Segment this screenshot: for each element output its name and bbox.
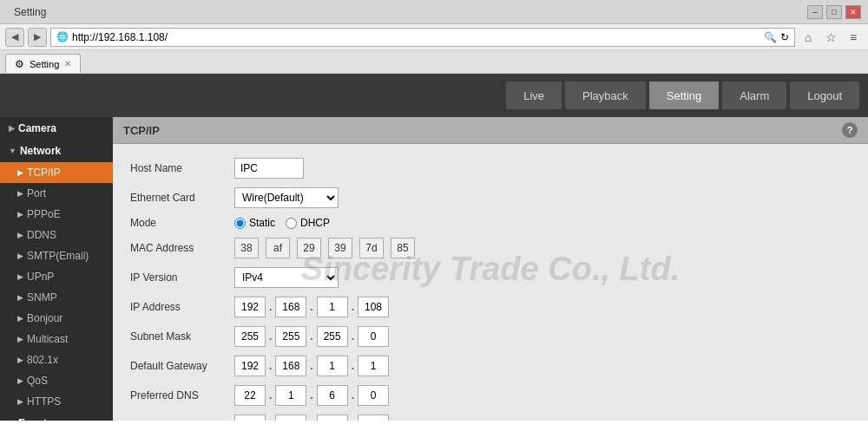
page-title: TCP/IP <box>123 124 160 137</box>
sidebar-item-pppoe[interactable]: ▶ PPPoE <box>0 204 113 225</box>
adns-seg-3[interactable] <box>358 415 389 421</box>
adns-seg-0[interactable] <box>234 415 266 421</box>
content-header: TCP/IP ? <box>113 117 868 144</box>
subnet-dot-1: . <box>310 330 312 343</box>
ip-seg-2[interactable] <box>317 297 348 317</box>
tab-setting[interactable]: Setting <box>649 82 719 109</box>
adns-dot-1: . <box>310 419 312 421</box>
sidebar-item-qos[interactable]: ▶ QoS <box>0 370 113 391</box>
ethernet-card-row: Ethernet Card Wire(Default) Wireless <box>130 187 851 208</box>
tab-logout[interactable]: Logout <box>790 82 859 109</box>
pdns-seg-2[interactable] <box>317 385 348 406</box>
pdns-seg-3[interactable] <box>358 385 389 406</box>
qos-arrow-icon: ▶ <box>17 376 23 385</box>
mode-static-option[interactable]: Static <box>234 217 275 229</box>
sidebar-label-network: Network <box>20 145 61 157</box>
sidebar-label-camera: Camera <box>18 122 56 134</box>
sidebar-item-label-tcpip: TCP/IP <box>27 166 61 179</box>
adns-seg-1[interactable] <box>275 415 306 421</box>
subnet-mask-control: . . . <box>234 326 389 347</box>
pdns-seg-0[interactable] <box>234 385 266 406</box>
sidebar-item-bonjour[interactable]: ▶ Bonjour <box>0 308 113 329</box>
sidebar-item-ddns[interactable]: ▶ DDNS <box>0 225 113 245</box>
sidebar-item-port[interactable]: ▶ Port <box>0 183 113 204</box>
ip-seg-0[interactable] <box>234 297 266 317</box>
subnet-seg-0[interactable] <box>234 326 266 347</box>
sidebar-item-multicast[interactable]: ▶ Multicast <box>0 329 113 349</box>
mode-static-radio[interactable] <box>234 218 246 229</box>
host-name-label: Host Name <box>130 162 234 174</box>
sidebar-item-https[interactable]: ▶ HTTPS <box>0 391 113 412</box>
ip-version-label: IP Version <box>130 271 234 284</box>
tab-label: Setting <box>30 59 59 69</box>
tab-bar: ⚙ Setting ✕ <box>0 50 868 73</box>
mode-dhcp-option[interactable]: DHCP <box>286 217 330 229</box>
host-name-control <box>234 158 304 179</box>
tab-playback[interactable]: Playback <box>565 82 646 109</box>
tab-live[interactable]: Live <box>506 82 562 109</box>
window-controls: – □ ✕ <box>807 5 861 19</box>
mac-address-label: MAC Address <box>130 242 234 254</box>
ip-version-row: IP Version IPv4 IPv6 <box>130 267 851 288</box>
gw-seg-2[interactable] <box>317 356 348 376</box>
tab-close-button[interactable]: ✕ <box>64 59 71 69</box>
mac-seg-2 <box>297 238 321 258</box>
address-input[interactable] <box>72 31 760 43</box>
sidebar-header-network[interactable]: ▼ Network <box>0 140 113 162</box>
minimize-button[interactable]: – <box>807 5 823 19</box>
adns-seg-2[interactable] <box>317 415 348 421</box>
smtp-arrow-icon: ▶ <box>17 251 23 260</box>
refresh-icon[interactable]: ↻ <box>780 31 789 43</box>
browser-tab[interactable]: ⚙ Setting ✕ <box>5 54 81 73</box>
ip-address-control: . . . <box>234 297 389 317</box>
gw-seg-3[interactable] <box>358 356 389 376</box>
ip-version-select[interactable]: IPv4 IPv6 <box>234 267 339 288</box>
ip-seg-1[interactable] <box>275 297 306 317</box>
help-button[interactable]: ? <box>842 122 858 138</box>
close-button[interactable]: ✕ <box>845 5 861 19</box>
nav-bar: ◀ ▶ 🌐 🔍 ↻ ⌂ ☆ ≡ <box>0 24 868 50</box>
browser-chrome: Setting – □ ✕ ◀ ▶ 🌐 🔍 ↻ ⌂ ☆ ≡ ⚙ Setting … <box>0 0 868 74</box>
gw-dot-1: . <box>310 360 312 372</box>
ip-dot-0: . <box>269 301 272 313</box>
app-body: ▶ Camera ▼ Network ▶ TCP/IP ▶ Port <box>0 117 868 421</box>
back-button[interactable]: ◀ <box>5 28 24 47</box>
sidebar-item-upnp[interactable]: ▶ UPnP <box>0 266 113 287</box>
subnet-seg-1[interactable] <box>275 326 306 347</box>
home-button[interactable]: ⌂ <box>799 28 818 47</box>
ethernet-card-control: Wire(Default) Wireless <box>234 187 339 208</box>
sidebar-item-label-port: Port <box>27 187 46 199</box>
gw-seg-1[interactable] <box>275 356 306 376</box>
sidebar-section-network: ▼ Network ▶ TCP/IP ▶ Port ▶ PPPoE ▶ DD <box>0 140 113 412</box>
mode-label: Mode <box>130 217 234 229</box>
sidebar-item-snmp[interactable]: ▶ SNMP <box>0 287 113 308</box>
sidebar-header-camera[interactable]: ▶ Camera <box>0 117 113 140</box>
sidebar: ▶ Camera ▼ Network ▶ TCP/IP ▶ Port <box>0 117 113 421</box>
pdns-seg-1[interactable] <box>275 385 306 406</box>
sidebar-item-tcpip[interactable]: ▶ TCP/IP <box>0 162 113 183</box>
tab-alarm[interactable]: Alarm <box>722 82 786 109</box>
adns-dot-2: . <box>352 419 354 421</box>
ddns-arrow-icon: ▶ <box>17 231 23 239</box>
host-name-input[interactable] <box>234 158 304 179</box>
gw-seg-0[interactable] <box>234 356 266 376</box>
sidebar-item-label-pppoe: PPPoE <box>27 208 61 220</box>
app: Live Playback Setting Alarm Logout ▶ Cam… <box>0 74 868 421</box>
sidebar-item-802[interactable]: ▶ 802.1x <box>0 349 113 370</box>
subnet-seg-2[interactable] <box>317 326 348 347</box>
sidebar-item-smtp[interactable]: ▶ SMTP(Email) <box>0 245 113 266</box>
subnet-seg-3[interactable] <box>358 326 389 347</box>
forward-button[interactable]: ▶ <box>28 28 47 47</box>
ip-seg-3[interactable] <box>358 297 389 317</box>
title-bar: Setting – □ ✕ <box>0 0 868 24</box>
ip-address-row: IP Address . . . <box>130 297 851 317</box>
mode-dhcp-radio[interactable] <box>286 218 297 229</box>
address-bar[interactable]: 🌐 🔍 ↻ <box>50 28 795 47</box>
sidebar-header-event[interactable]: ▶ Event <box>0 412 113 421</box>
star-button[interactable]: ☆ <box>821 28 840 47</box>
maximize-button[interactable]: □ <box>826 5 842 19</box>
toolbar-right: ⌂ ☆ ≡ <box>799 28 863 47</box>
ethernet-card-select[interactable]: Wire(Default) Wireless <box>234 187 339 208</box>
bonjour-arrow-icon: ▶ <box>17 314 23 323</box>
menu-button[interactable]: ≡ <box>844 28 863 47</box>
